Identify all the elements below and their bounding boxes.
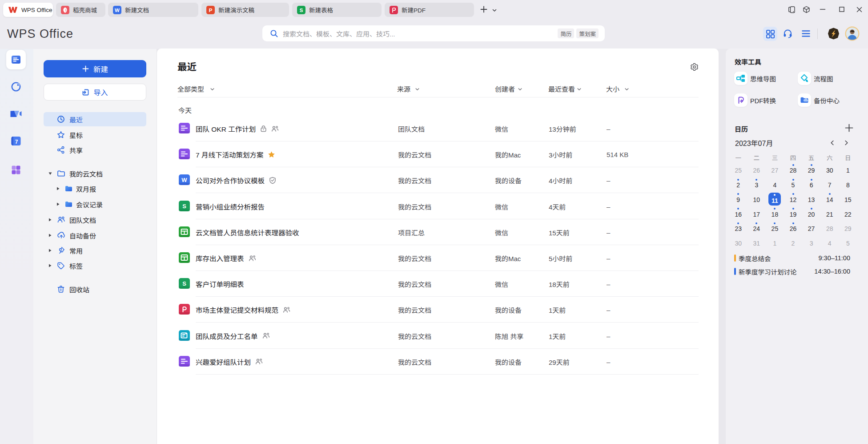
svg-text:W: W [181, 177, 187, 183]
svg-text:S: S [182, 203, 186, 210]
svg-text:S: S [300, 7, 303, 12]
svg-text:W: W [115, 7, 120, 12]
svg-text:7: 7 [15, 139, 18, 145]
svg-text:P: P [209, 7, 213, 12]
svg-text:S: S [182, 280, 186, 287]
